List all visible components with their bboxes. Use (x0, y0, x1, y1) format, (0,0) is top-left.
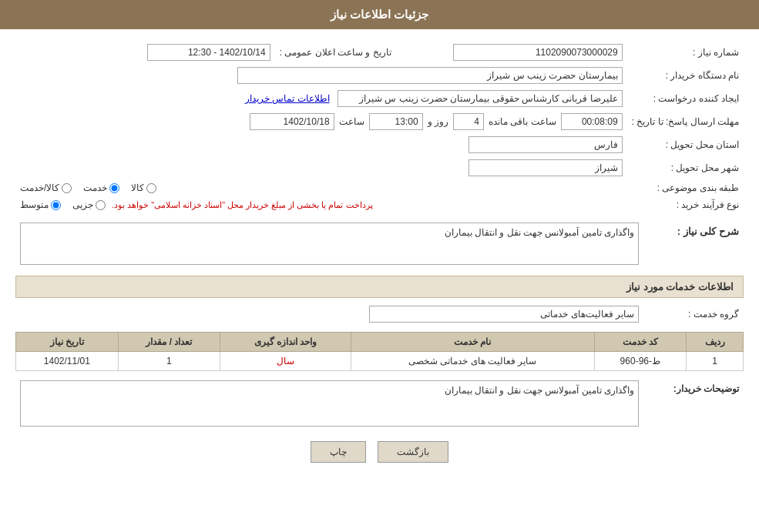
col-date: تاریخ نیاز (16, 333, 119, 352)
radio-kala-khedmat[interactable]: کالا/خدمت (20, 182, 72, 193)
city-label: شهر محل تحویل : (627, 156, 744, 179)
table-row: 1 ط-96-960 سایر فعالیت های خدماتی شخصی س… (16, 352, 744, 371)
cell-qty: 1 (118, 352, 220, 371)
need-description-label: شرح کلی نیاز : (677, 226, 739, 237)
page-header: جزئیات اطلاعات نیاز (0, 0, 759, 29)
buyer-description-label: توضیحات خریدار: (673, 383, 739, 394)
response-remaining-label: ساعت باقی مانده (489, 116, 556, 127)
announce-datetime-value: 1402/10/14 - 12:30 (147, 44, 270, 61)
header-title: جزئیات اطلاعات نیاز (331, 8, 428, 21)
response-days-label: روز و (428, 116, 448, 127)
need-number-label: شماره نیاز : (627, 41, 744, 64)
need-number-value: 1102090073000029 (453, 44, 623, 61)
cell-name: سایر فعالیت های خدماتی شخصی (351, 352, 595, 371)
col-unit: واحد اندازه گیری (220, 333, 351, 352)
purchase-note: پرداخت تمام یا بخشی از مبلغ خریدار محل "… (112, 200, 373, 210)
province-label: استان محل تحویل : (627, 133, 744, 156)
col-qty: تعداد / مقدار (118, 333, 220, 352)
cell-date: 1402/11/01 (16, 352, 119, 371)
button-row: بازگشت چاپ (15, 441, 744, 478)
services-info-section-title: اطلاعات خدمات مورد نیاز (15, 276, 744, 298)
buyer-description-value: واگذاری تامین آمبولانس جهت نقل و انتقال … (20, 380, 639, 427)
response-time: 13:00 (369, 113, 423, 130)
radio-kala[interactable]: کالا (131, 182, 156, 193)
contact-link[interactable]: اطلاعات تماس خریدار (245, 93, 330, 104)
purchase-type-label: نوع فرآیند خرید : (627, 196, 744, 213)
response-remaining: 00:08:09 (561, 113, 623, 130)
services-table: ردیف کد خدمت نام خدمت واحد اندازه گیری ت… (15, 332, 744, 371)
service-group-label: گروه خدمت : (688, 309, 739, 320)
cell-row: 1 (687, 352, 744, 371)
cell-unit: سال (220, 352, 351, 371)
radio-jozei[interactable]: جزیی (72, 199, 106, 210)
response-deadline-label: مهلت ارسال پاسخ: تا تاریخ : (627, 110, 744, 133)
col-row: ردیف (687, 333, 744, 352)
radio-khedmat[interactable]: خدمت (83, 182, 119, 193)
subject-label: طبقه بندی موضوعی : (627, 179, 744, 196)
announce-datetime-label: تاریخ و ساعت اعلان عمومی : (275, 41, 396, 64)
buyer-org-value: بیمارستان حضرت زینب س شیراز (237, 67, 623, 84)
print-button[interactable]: چاپ (311, 441, 366, 463)
created-by-label: ایجاد کننده درخواست : (627, 87, 744, 110)
cell-code: ط-96-960 (594, 352, 686, 371)
buyer-org-label: نام دستگاه خریدار : (627, 64, 744, 87)
col-name: نام خدمت (351, 333, 595, 352)
col-code: کد خدمت (594, 333, 686, 352)
radio-motavasset[interactable]: متوسط (20, 199, 61, 210)
response-time-label: ساعت (339, 116, 364, 127)
service-group-value: سایر فعالیت‌های خدماتی (369, 306, 639, 323)
city-value: شیراز (468, 159, 623, 176)
response-days: 4 (453, 113, 484, 130)
created-by-value: علیرضا قربانی کارشناس حقوقی بیمارستان حض… (338, 90, 623, 107)
province-value: فارس (468, 136, 623, 153)
response-date: 1402/10/18 (250, 113, 334, 130)
need-description-value: واگذاری تامین آمبولانس جهت نقل و انتقال … (20, 223, 639, 265)
back-button[interactable]: بازگشت (378, 441, 448, 463)
